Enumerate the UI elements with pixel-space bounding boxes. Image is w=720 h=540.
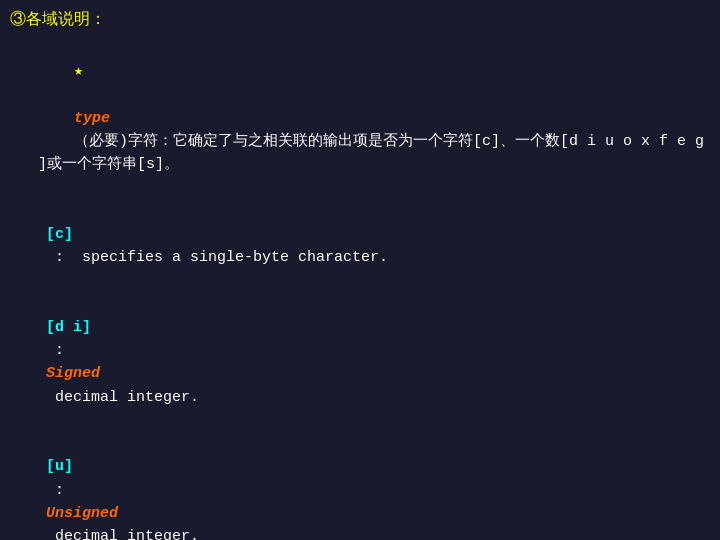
star-icon: ★: [74, 63, 83, 80]
entry-di-colon: :: [46, 342, 91, 359]
entry-c: [c] : specifies a single-byte character.: [10, 200, 710, 293]
entry-u-desc: decimal integer.: [46, 528, 199, 540]
entry-di: [d i] : Signed decimal integer.: [10, 293, 710, 433]
entry-u-colon: :: [46, 482, 100, 499]
signed-keyword-di: Signed: [46, 365, 100, 382]
page-container: ③各域说明： ★ type （必要)字符：它确定了与之相关联的输出项是否为一个字…: [10, 8, 710, 540]
bracket-u-tag: [u]: [46, 458, 73, 475]
type-line: ★ type （必要)字符：它确定了与之相关联的输出项是否为一个字符[c]、一个…: [38, 37, 710, 200]
type-keyword: type: [74, 110, 110, 127]
entry-c-text: : specifies a single-byte character.: [46, 249, 388, 266]
unsigned-keyword-u: Unsigned: [46, 505, 118, 522]
space: [74, 86, 83, 103]
type-description: （必要)字符：它确定了与之相关联的输出项是否为一个字符[c]、一个数[d i u…: [38, 133, 713, 173]
section-title: ③各域说明：: [10, 8, 710, 33]
bracket-di-tag: [d i]: [46, 319, 91, 336]
bracket-c-tag: [c]: [46, 226, 73, 243]
entry-u: [u] : Unsigned decimal integer.: [10, 432, 710, 540]
entry-di-desc: decimal integer.: [46, 389, 199, 406]
